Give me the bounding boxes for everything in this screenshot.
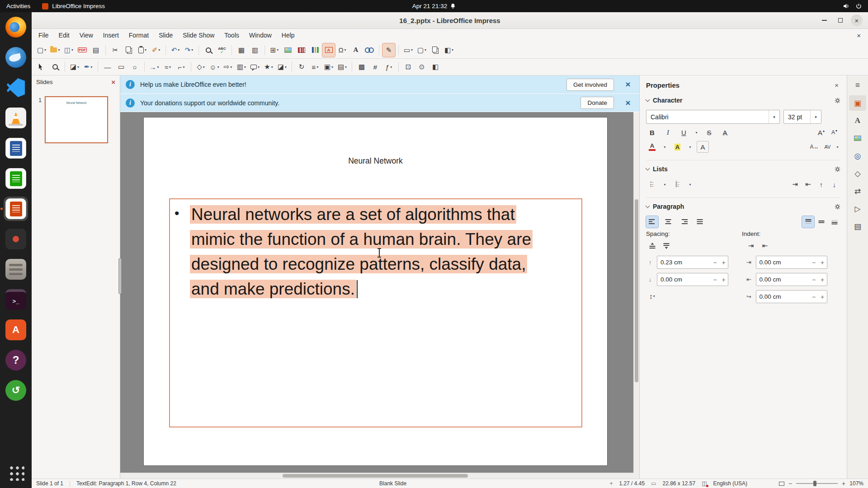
slide-title-text[interactable]: Neural Network [144, 156, 607, 166]
decrement-icon[interactable]: − [711, 256, 719, 268]
tab-shapes[interactable]: ◇ [849, 166, 866, 181]
clone-formatting-button[interactable]: ✐▾ [150, 43, 162, 57]
undo-button[interactable]: ↶▾ [169, 43, 182, 57]
title-bar[interactable]: 16_2.pptx - LibreOffice Impress × [32, 12, 868, 29]
insert-table-button[interactable]: ⊞▾ [268, 43, 281, 57]
decrease-paragraph-spacing-button[interactable] [660, 240, 672, 252]
align-left-button[interactable] [646, 216, 658, 228]
insert-image-button[interactable] [282, 43, 294, 57]
files-icon[interactable] [4, 257, 28, 282]
menu-window[interactable]: Window [244, 30, 277, 41]
spacing-below-input[interactable] [657, 276, 711, 283]
arrange-button[interactable]: ▣▾ [322, 60, 335, 74]
terminal-icon[interactable]: >_ [4, 287, 28, 312]
3d-objects-button[interactable]: ◪▾ [276, 60, 288, 74]
slide-canvas[interactable]: Neural Network • Neural networks are a s… [143, 117, 608, 466]
menu-insert[interactable]: Insert [98, 30, 124, 41]
increment-icon[interactable]: + [818, 256, 827, 268]
vertical-scrollbar-thumb[interactable] [635, 199, 638, 382]
tab-gallery[interactable] [849, 131, 866, 146]
dropdown-arrow-icon[interactable]: ▾ [769, 110, 779, 123]
indent-after-field[interactable]: − + [756, 273, 827, 286]
decrement-icon[interactable]: − [810, 273, 818, 286]
spacing-dropdown-icon[interactable]: ▾ [835, 141, 840, 153]
increase-paragraph-spacing-button[interactable] [646, 240, 658, 252]
demote-button[interactable]: ⇥ [789, 178, 801, 190]
decrement-icon[interactable]: − [810, 256, 818, 268]
display-views-button[interactable]: ▥ [249, 43, 261, 57]
app-grid-icon[interactable] [4, 460, 28, 484]
new-slide-button[interactable]: ▢▾ [415, 43, 428, 57]
close-document-button[interactable]: × [851, 32, 866, 39]
font-name-input[interactable] [646, 113, 769, 121]
shadow-button[interactable]: ▩ [355, 60, 368, 74]
display-grid-button[interactable]: ▦ [235, 43, 248, 57]
callouts-button[interactable]: ▾ [249, 60, 261, 74]
menu-slide-show[interactable]: Slide Show [178, 30, 219, 41]
decrement-icon[interactable]: − [711, 273, 719, 286]
redo-button[interactable]: ↷▾ [183, 43, 195, 57]
fill-color-button[interactable]: ◪▾ [68, 60, 81, 74]
new-button[interactable]: ▢▾ [35, 43, 48, 57]
flowchart-button[interactable]: ▥▾ [235, 60, 248, 74]
menu-format[interactable]: Format [124, 30, 154, 41]
character-section-header[interactable]: Character [646, 94, 840, 107]
workspace-canvas[interactable]: Neural Network • Neural networks are a s… [120, 112, 633, 473]
character-outline-button[interactable]: A [697, 141, 709, 153]
unordered-list-dropdown-icon[interactable]: ▾ [662, 178, 668, 190]
libreoffice-writer-icon[interactable] [4, 136, 28, 160]
crop-button[interactable]: # [369, 60, 382, 74]
copy-button[interactable] [123, 43, 135, 57]
save-button[interactable]: ◫▾ [62, 43, 75, 57]
zoom-level[interactable]: 107% [849, 480, 863, 487]
menu-help[interactable]: Help [277, 30, 300, 41]
volume-icon[interactable] [843, 3, 849, 9]
fontwork-button[interactable]: A [349, 43, 362, 57]
glue-points-button[interactable]: ⊙ [415, 60, 428, 74]
line-color-button[interactable]: ✒▾ [82, 60, 94, 74]
decrease-indent-button[interactable]: ⇤ [759, 240, 771, 252]
maximize-button[interactable] [835, 14, 846, 26]
software-updater-icon[interactable]: ↺ [4, 378, 28, 403]
rectangle-button[interactable]: ▭ [115, 60, 127, 74]
tab-styles[interactable]: A [849, 113, 866, 128]
justify-button[interactable] [693, 216, 706, 228]
spacing-above-input[interactable] [657, 259, 711, 266]
distribute-button[interactable]: ▤▾ [336, 60, 349, 74]
more-options-icon[interactable] [835, 98, 840, 103]
duplicate-slide-button[interactable] [429, 43, 442, 57]
vlc-icon[interactable] [4, 106, 28, 130]
export-pdf-button[interactable]: PDF [76, 43, 89, 57]
close-button[interactable]: × [851, 14, 863, 26]
insert-media-button[interactable] [295, 43, 308, 57]
underline-dropdown-icon[interactable]: ▾ [693, 127, 699, 138]
italic-button[interactable]: I [662, 127, 674, 138]
special-character-button[interactable]: Ω▾ [336, 43, 349, 57]
first-line-indent-field[interactable]: − + [756, 290, 827, 303]
firefox-icon[interactable] [4, 15, 28, 39]
content-textbox[interactable]: • Neural networks are a set of algorithm… [169, 198, 582, 427]
font-size-input[interactable] [784, 113, 810, 121]
increase-font-size-button[interactable]: A▴ [815, 127, 827, 138]
increment-icon[interactable]: + [719, 256, 728, 268]
align-bottom-button[interactable] [828, 216, 840, 228]
kerning-button[interactable]: AV [821, 141, 834, 153]
increment-icon[interactable]: + [719, 273, 728, 286]
rotate-button[interactable]: ↻ [295, 60, 308, 74]
thunderbird-icon[interactable] [4, 45, 28, 70]
menu-tools[interactable]: Tools [219, 30, 244, 41]
zoom-pan-button[interactable] [49, 60, 61, 74]
insert-textbox-button[interactable]: A [322, 43, 335, 57]
move-up-button[interactable]: ↑ [815, 178, 827, 190]
insert-chart-button[interactable] [309, 43, 321, 57]
text-language[interactable]: English (USA) [713, 480, 747, 487]
decrease-font-size-button[interactable]: A▾ [828, 127, 840, 138]
print-button[interactable]: ▤ [90, 43, 102, 57]
lists-section-header[interactable]: Lists [646, 162, 840, 176]
spelling-button[interactable]: ABC✓ [216, 43, 228, 57]
menu-slide[interactable]: Slide [154, 30, 178, 41]
more-options-icon[interactable] [835, 166, 840, 172]
horizontal-scrollbar[interactable] [120, 473, 633, 479]
menu-view[interactable]: View [75, 30, 98, 41]
align-top-button[interactable] [802, 216, 814, 228]
